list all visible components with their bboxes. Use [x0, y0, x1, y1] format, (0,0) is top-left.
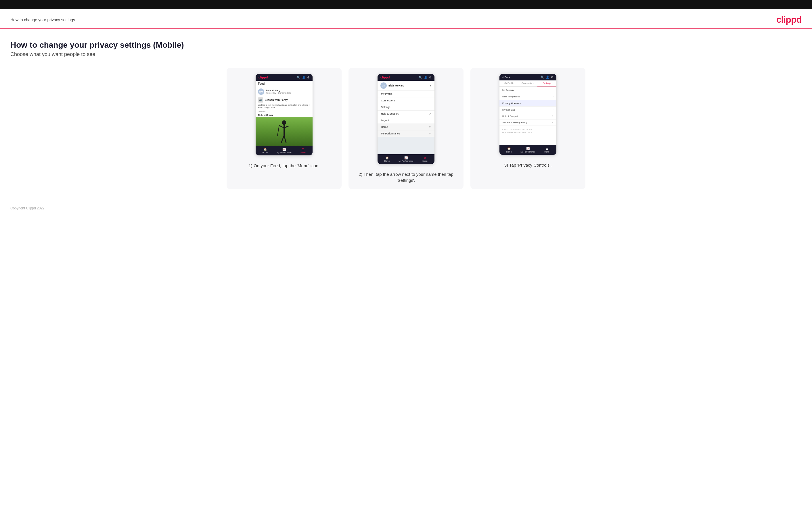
performance-icon-1: 📈: [283, 148, 286, 151]
person-icon-3[interactable]: 👤: [546, 75, 549, 79]
settings-label-myaccount: My Account: [502, 89, 514, 91]
search-icon-3[interactable]: 🔍: [541, 75, 544, 79]
performance-icon-2: 📈: [404, 156, 408, 159]
phone-tab-performance-2[interactable]: 📈 My Performance: [397, 156, 415, 163]
settings-back-bar: < Back 🔍 👤 ⚙: [500, 74, 556, 80]
person-icon[interactable]: 👤: [302, 76, 305, 79]
menu-item-label-connections: Connections: [381, 99, 395, 102]
phone-logo-1: clippd: [258, 75, 268, 79]
search-icon[interactable]: 🔍: [297, 76, 300, 79]
top-bar: [0, 0, 812, 9]
phone-mockup-1: clippd 🔍 👤 ⚙ Feed BM Blair McHarg Yester…: [255, 73, 313, 156]
settings-icon[interactable]: ⚙: [307, 76, 310, 79]
menu-user-avatar: BM: [380, 82, 387, 89]
menu-item-myprofile[interactable]: My Profile: [377, 91, 435, 97]
performance-label-2: My Performance: [399, 160, 413, 162]
back-button[interactable]: < Back: [502, 76, 510, 79]
settings-label-mygolfbag: My Golf Bag: [502, 109, 515, 111]
settings-icon-2[interactable]: ⚙: [429, 76, 432, 79]
feed-duration-val: 01 hr : 30 min: [256, 113, 312, 117]
page-title: How to change your privacy settings (Mob…: [10, 41, 802, 50]
feed-user-row: BM Blair McHarg Yesterday · Sunningdale: [256, 87, 312, 96]
phone-tab-home-1[interactable]: 🏠 Home: [256, 147, 274, 154]
phone-tab-menu-3[interactable]: ☰ Menu: [538, 147, 556, 153]
phone-bottom-bar-3: 🏠 Home 📈 My Performance ☰ Menu: [500, 145, 556, 155]
phone-tab-menu-2[interactable]: ✕ Menu: [415, 156, 435, 163]
home-icon-1: 🏠: [263, 148, 267, 151]
search-icon-2[interactable]: 🔍: [419, 76, 422, 79]
phone-mockup-3: < Back 🔍 👤 ⚙ My Profile Connections Sett…: [499, 73, 557, 155]
menu-section-label-home: Home: [381, 125, 388, 128]
settings-tabs: My Profile Connections Settings: [500, 80, 556, 87]
step-3-desc: 3) Tap 'Privacy Controls'.: [504, 162, 552, 168]
menu-section-label-performance: My Performance: [381, 132, 400, 135]
settings-item-serviceprivacy[interactable]: Service & Privacy Policy ↗: [500, 119, 556, 126]
header: How to change your privacy settings clip…: [0, 9, 812, 29]
svg-line-6: [277, 125, 279, 135]
arrow-icon-privacycontrols: ›: [553, 102, 554, 105]
phone-bottom-bar-1: 🏠 Home 📈 My Performance ☰ Menu: [256, 146, 312, 155]
settings-item-helpsupport[interactable]: Help & Support ↗: [500, 113, 556, 119]
performance-label-1: My Performance: [276, 151, 291, 153]
feed-user-name: Blair McHarg: [266, 89, 291, 92]
settings-item-mygolfbag[interactable]: My Golf Bag ›: [500, 107, 556, 113]
step-2-card: clippd 🔍 👤 ⚙ BM Blair McHarg: [349, 68, 463, 189]
phone-bottom-bar-2: 🏠 Home 📈 My Performance ✕ Menu: [377, 154, 435, 164]
home-label-1: Home: [262, 151, 268, 153]
arrow-icon-dataintegrations: ›: [553, 95, 554, 98]
menu-item-settings[interactable]: Settings: [377, 104, 435, 111]
menu-item-logout[interactable]: Logout: [377, 117, 435, 124]
lesson-title: Lesson with Fordy: [265, 99, 288, 101]
phone-nav-icons-3: 🔍 👤 ⚙: [541, 75, 554, 79]
lesson-icon: 📹: [258, 97, 263, 103]
main-content: How to change your privacy settings (Mob…: [0, 29, 812, 201]
back-arrow-icon: <: [502, 76, 504, 79]
feed-lesson-row: 📹 Lesson with Fordy: [256, 96, 312, 104]
menu-section-performance[interactable]: My Performance ∨: [377, 130, 435, 137]
feed-label: Feed: [256, 81, 312, 87]
golf-image: [256, 117, 312, 146]
phone-mockup-2: clippd 🔍 👤 ⚙ BM Blair McHarg: [377, 73, 435, 164]
phone-tab-performance-3[interactable]: 📈 My Performance: [518, 147, 538, 153]
person-icon-2[interactable]: 👤: [424, 76, 427, 79]
svg-point-0: [282, 120, 286, 125]
tab-myprofile[interactable]: My Profile: [500, 80, 518, 87]
settings-item-myaccount[interactable]: My Account ›: [500, 87, 556, 93]
menu-icon-3: ☰: [546, 147, 548, 150]
steps-container: clippd 🔍 👤 ⚙ Feed BM Blair McHarg Yester…: [10, 68, 802, 189]
menu-section-home[interactable]: Home ∨: [377, 124, 435, 130]
home-label-2: Home: [385, 160, 390, 162]
performance-label-3: My Performance: [520, 151, 535, 153]
settings-item-privacycontrols[interactable]: Privacy Controls ›: [500, 100, 556, 107]
close-icon: ✕: [424, 156, 426, 159]
svg-line-2: [279, 125, 284, 128]
menu-chevron-icon[interactable]: ∧: [429, 84, 432, 87]
tab-settings[interactable]: Settings: [538, 80, 556, 87]
menu-item-helpsupport[interactable]: Help & Support ↗: [377, 111, 435, 117]
step-3-card: < Back 🔍 👤 ⚙ My Profile Connections Sett…: [470, 68, 586, 189]
menu-user-name: Blair McHarg: [389, 84, 405, 87]
menu-item-label-helpsupport: Help & Support: [381, 112, 399, 115]
phone-tab-performance-1[interactable]: 📈 My Performance: [274, 147, 294, 154]
home-icon-3: 🏠: [507, 147, 511, 150]
settings-spacer: [500, 136, 556, 145]
logo: clippd: [776, 14, 802, 25]
phone-tab-menu-1[interactable]: ☰ Menu: [294, 147, 312, 154]
settings-icon-3[interactable]: ⚙: [551, 75, 554, 79]
phone-tab-home-2[interactable]: 🏠 Home: [377, 156, 397, 163]
menu-label-2: Menu: [422, 160, 427, 162]
arrow-icon-myaccount: ›: [553, 89, 554, 91]
feed-user-info: Blair McHarg Yesterday · Sunningdale: [266, 89, 291, 94]
svg-line-4: [281, 135, 284, 143]
arrow-icon-mygolfbag: ›: [553, 108, 554, 111]
home-icon-2: 🏠: [385, 156, 389, 159]
phone-tab-home-3[interactable]: 🏠 Home: [500, 147, 518, 153]
settings-item-dataintegrations[interactable]: Data Integrations ›: [500, 93, 556, 100]
svg-line-5: [284, 135, 286, 143]
menu-item-connections[interactable]: Connections: [377, 97, 435, 104]
tab-connections[interactable]: Connections: [518, 80, 538, 87]
blurred-background: [377, 137, 435, 154]
menu-item-label-myprofile: My Profile: [381, 93, 393, 95]
feed-duration-label: Duration: [256, 110, 312, 113]
phone-nav-1: clippd 🔍 👤 ⚙: [256, 74, 312, 81]
